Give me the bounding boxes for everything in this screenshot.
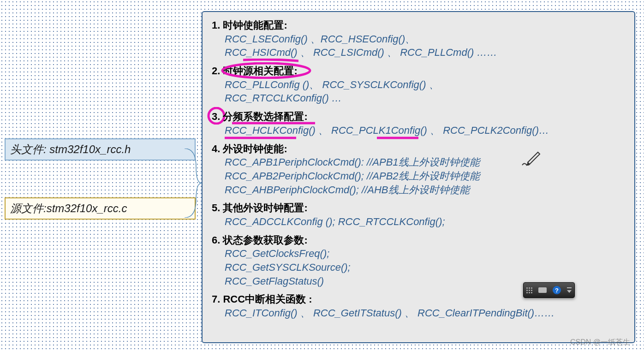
section-num: 3. (212, 111, 220, 122)
source-file-label: 源文件:stm32f10x_rcc.c (10, 202, 127, 214)
watermark-text: CSDN @一纸苍生 (570, 338, 630, 347)
section-3-body: RCC_HCLKConfig() 、 RCC_PCLK1Config() 、 R… (225, 124, 627, 137)
underline-annotation (377, 137, 418, 140)
section-title-text: 其他外设时钟配置: (223, 202, 307, 214)
section-title-text: 时钟源相关配置: (223, 65, 297, 77)
code-line: RCC_PLLConfig ()、 RCC_SYSCLKConfig() 、 (225, 79, 439, 90)
code-line: RCC_ADCCLKConfig (); RCC_RTCCLKConfig(); (225, 216, 445, 227)
section-5-body: RCC_ADCCLKConfig (); RCC_RTCCLKConfig(); (225, 215, 627, 229)
pen-cursor-icon (521, 151, 542, 167)
section-1-title: 1. 时钟使能配置: (212, 18, 627, 32)
section-num: 7. (212, 293, 220, 305)
section-7-body: RCC_ITConfig() 、 RCC_GetITStatus() 、 RCC… (225, 306, 627, 320)
section-num: 1. (212, 19, 220, 31)
code-line: RCC_HCLKConfig() 、 RCC_PCLK1Config() 、 R… (225, 125, 549, 136)
section-title-text: 外设时钟使能: (223, 143, 287, 155)
code-line: RCC_APB2PeriphClockCmd(); //APB2线上外设时钟使能 (225, 170, 480, 182)
code-line: RCC_HSICmd() 、 RCC_LSICmd() 、 RCC_PLLCmd… (225, 47, 497, 58)
header-file-box: 头文件: stm32f10x_rcc.h (5, 138, 196, 161)
dropdown-icon[interactable] (567, 290, 572, 293)
section-num: 5. (212, 202, 220, 214)
code-line: RCC_APB1PeriphClockCmd(): //APB1线上外设时钟使能 (225, 156, 480, 168)
section-title-text: 时钟使能配置: (223, 19, 287, 31)
code-line: RCC_AHBPeriphClockCmd(); //AHB线上外设时钟使能 (225, 184, 470, 196)
section-2-title: 2. 时钟源相关配置: (212, 64, 627, 78)
floating-toolbar[interactable]: ? (523, 282, 575, 298)
header-file-label: 头文件: stm32f10x_rcc.h (10, 143, 131, 155)
section-num: 2. (212, 65, 220, 77)
help-icon[interactable]: ? (553, 286, 561, 294)
section-3-title: 3. 分频系数选择配置: (212, 110, 627, 124)
section-6-title: 6. 状态参数获取参数: (212, 233, 627, 247)
toolbar-controls[interactable] (567, 287, 572, 293)
section-4-body: RCC_APB1PeriphClockCmd(): //APB1线上外设时钟使能… (225, 155, 627, 196)
minimize-icon[interactable] (567, 287, 572, 288)
code-line: RCC_ITConfig() 、 RCC_GetITStatus() 、 RCC… (225, 307, 555, 319)
connector-bracket (185, 149, 202, 218)
section-1-body: RCC_LSEConfig() 、RCC_HSEConfig()、 RCC_HS… (225, 32, 627, 59)
section-num: 4. (212, 143, 220, 155)
section-num: 6. (212, 234, 220, 246)
code-line: RCC_LSEConfig() 、RCC_HSEConfig()、 (225, 33, 415, 45)
underline-annotation (225, 137, 296, 140)
keyboard-icon[interactable] (538, 287, 547, 293)
section-5-title: 5. 其他外设时钟配置: (212, 201, 627, 215)
grip-icon[interactable] (526, 287, 532, 293)
code-line: RCC_GetSYSCLKSource(); (225, 262, 351, 273)
underline-annotation (243, 59, 298, 63)
section-title-text: 分频系数选择配置: (223, 111, 307, 122)
source-file-box: 源文件:stm32f10x_rcc.c (5, 197, 196, 220)
section-2-body: RCC_PLLConfig ()、 RCC_SYSCLKConfig() 、 R… (225, 78, 627, 105)
code-line: RCC_RTCCLKConfig() … (225, 92, 342, 104)
section-4-title: 4. 外设时钟使能: (212, 142, 627, 156)
section-title-text: RCC中断相关函数 : (223, 293, 312, 305)
code-line: RCC_GetFlagStatus() (225, 275, 324, 287)
code-line: RCC_GetClocksFreq(); (225, 248, 329, 259)
section-title-text: 状态参数获取参数: (223, 234, 307, 246)
